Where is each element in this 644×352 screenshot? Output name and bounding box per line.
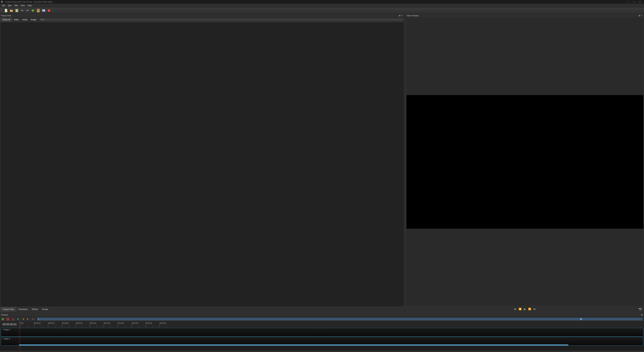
ruler-label: 00:02:08 — [132, 322, 138, 324]
timeline-toolbar — [0, 317, 644, 321]
close-preview-icon[interactable]: ✕ — [641, 15, 643, 17]
menu-title[interactable]: Title — [13, 4, 19, 7]
zoom-slider-handle[interactable] — [580, 318, 582, 320]
svg-point-11 — [48, 10, 50, 12]
undock-timeline-icon[interactable]: ▣ — [641, 314, 643, 316]
fullscreen-icon[interactable] — [42, 9, 46, 13]
track-content[interactable] — [19, 328, 643, 336]
redo-icon[interactable] — [26, 9, 29, 13]
playhead[interactable] — [20, 322, 20, 327]
maximize-button[interactable]: ▢ — [631, 1, 637, 3]
panel-title-timeline: Timeline — [1, 314, 8, 316]
ruler-label: 00:02:24 — [146, 322, 152, 324]
minimize-button[interactable]: — — [625, 1, 631, 3]
new-project-icon[interactable] — [4, 9, 8, 13]
window-titlebar: * Untitled Project [HD 720p 30 fps] - Op… — [0, 0, 644, 4]
chevron-down-icon[interactable]: ▾ — [2, 338, 3, 339]
preview-area[interactable] — [406, 18, 643, 306]
tab-transitions[interactable]: Transitions — [16, 307, 30, 311]
undock-preview-icon[interactable]: ▣ — [638, 15, 641, 17]
panel-title-video-preview: Video Preview — [407, 15, 418, 17]
tab-project-files[interactable]: Project Files — [1, 307, 16, 311]
svg-rect-7 — [37, 11, 39, 11]
snap-icon[interactable] — [6, 317, 10, 321]
project-files-panel: Project Files ▣ ✕ Show All Video Audio I… — [0, 14, 404, 312]
track-label[interactable]: ▾ Track 5 — [1, 328, 19, 336]
panel-title-project-files: Project Files — [1, 15, 11, 17]
prev-marker-icon[interactable] — [22, 317, 24, 321]
ruler-label: 0:00 — [20, 322, 23, 324]
svg-rect-6 — [37, 10, 39, 11]
track-row[interactable]: ▾ Track 5 — [1, 328, 643, 336]
close-button[interactable]: ✕ — [637, 1, 643, 3]
track-label[interactable]: ▾ Track 4 — [1, 337, 19, 345]
menubar: File Edit Title View Help — [0, 4, 644, 8]
app-icon — [1, 1, 3, 3]
track-content[interactable] — [19, 337, 643, 345]
timeline-bottom-splitter[interactable] — [0, 351, 644, 352]
vertical-splitter[interactable] — [404, 14, 406, 312]
svg-point-13 — [13, 319, 14, 320]
svg-rect-2 — [16, 9, 18, 10]
horizontal-splitter[interactable] — [0, 312, 644, 313]
menu-view[interactable]: View — [19, 4, 26, 7]
undo-icon[interactable] — [20, 9, 24, 13]
window-title: * Untitled Project [HD 720p 30 fps] - Op… — [4, 1, 53, 3]
zoom-slider[interactable] — [38, 318, 643, 320]
filter-tab-image[interactable]: Image — [29, 18, 38, 21]
video-preview-panel: Video Preview ▣ ✕ ⏮ ⏪ ▶ ⏩ ⏭ 📷 — [406, 14, 644, 312]
track-scrollbar[interactable] — [19, 344, 568, 345]
timecode-display[interactable]: 00:00:00,01 — [0, 322, 20, 327]
menu-help[interactable]: Help — [26, 4, 33, 7]
add-marker-icon[interactable] — [16, 317, 20, 321]
ruler-label: 00:01:04 — [76, 322, 82, 324]
project-bottom-tabs: Project Files Transitions Effects Emojis — [0, 307, 404, 312]
tab-effects[interactable]: Effects — [30, 307, 40, 311]
snapshot-icon[interactable]: 📷 — [639, 307, 642, 311]
rewind-icon[interactable]: ⏪ — [519, 308, 522, 310]
track-name: Track 5 — [4, 329, 10, 331]
filter-input[interactable] — [39, 18, 404, 21]
timeline-panel: Timeline ▣ — [0, 313, 644, 352]
tab-emojis[interactable]: Emojis — [40, 307, 50, 311]
jump-start-icon[interactable]: ⏮ — [514, 308, 516, 310]
center-playhead-icon[interactable] — [32, 317, 34, 321]
svg-point-12 — [12, 319, 13, 320]
razor-icon[interactable] — [12, 317, 14, 321]
ruler-label: 00:01:20 — [90, 322, 96, 324]
open-project-icon[interactable] — [10, 9, 13, 13]
play-icon[interactable]: ▶ — [524, 307, 526, 311]
import-files-icon[interactable] — [31, 9, 35, 13]
menu-file[interactable]: File — [1, 4, 6, 7]
track-row[interactable]: ▾ Track 4 — [1, 337, 643, 345]
project-filter-bar: Show All Video Audio Image — [0, 18, 404, 22]
filter-tab-audio[interactable]: Audio — [21, 18, 29, 21]
zoom-slider-start[interactable] — [38, 318, 39, 320]
timeline-tracks[interactable]: ▾ Track 5 ▾ Track 4 — [0, 327, 644, 351]
ruler-label: 00:00:48 — [62, 322, 68, 324]
profile-icon[interactable] — [36, 9, 40, 13]
undock-icon[interactable]: ▣ — [398, 15, 401, 17]
svg-rect-5 — [37, 10, 39, 10]
ruler-label: 00:01:52 — [118, 322, 124, 324]
playback-controls: ⏮ ⏪ ▶ ⏩ ⏭ 📷 — [406, 306, 644, 312]
close-panel-icon[interactable]: ✕ — [401, 15, 403, 17]
svg-rect-3 — [16, 11, 18, 12]
chevron-down-icon[interactable]: ▾ — [2, 329, 3, 330]
fast-forward-icon[interactable]: ⏩ — [528, 308, 531, 310]
main-toolbar — [0, 8, 644, 14]
ruler-label: 00:00:32 — [48, 322, 54, 324]
jump-end-icon[interactable]: ⏭ — [534, 308, 536, 310]
toolbar-handle[interactable] — [1, 9, 2, 12]
filter-tab-show-all[interactable]: Show All — [1, 18, 12, 22]
project-files-area[interactable] — [1, 23, 404, 306]
export-icon[interactable] — [47, 9, 51, 13]
menu-edit[interactable]: Edit — [6, 4, 13, 7]
ruler-label: 00:00:16 — [34, 322, 40, 324]
ruler-label: 00:01:36 — [104, 322, 110, 324]
timeline-ruler[interactable]: 0:0000:00:1600:00:3200:00:4800:01:0400:0… — [20, 322, 644, 327]
next-marker-icon[interactable] — [26, 317, 30, 321]
save-project-icon[interactable] — [15, 9, 19, 13]
filter-tab-video[interactable]: Video — [12, 18, 20, 21]
add-track-icon[interactable] — [1, 317, 4, 321]
